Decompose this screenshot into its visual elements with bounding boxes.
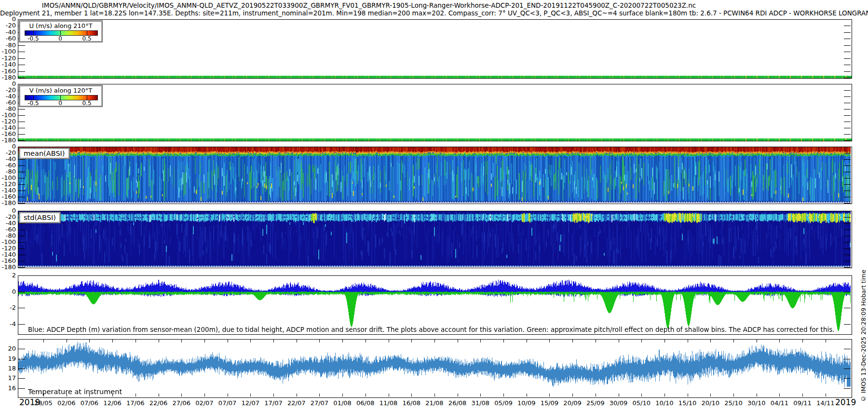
y-tick [844, 292, 851, 292]
x-tick [480, 394, 481, 396]
y-tick [844, 153, 851, 153]
y-tick [844, 178, 851, 178]
x-tick [733, 394, 734, 396]
x-tick-label: 05/09 [494, 399, 512, 407]
imos-watermark: © IMOS 13-Dec-2025 20:28:09 Hobart time [860, 270, 867, 402]
x-tick-label: 20/09 [563, 399, 581, 407]
x-tick-label: 10/10 [655, 399, 673, 407]
y-tick [844, 197, 851, 197]
y-tick [844, 217, 851, 218]
x-tick-label: 27/07 [311, 399, 328, 407]
x-tick [136, 394, 136, 396]
x-tick-label: 22/07 [287, 399, 305, 407]
x-tick-label: 16/08 [402, 399, 420, 407]
y-tick-label: 2 [0, 272, 16, 279]
x-tick-label: 26/08 [448, 399, 466, 407]
y-tick [18, 248, 25, 249]
panel-u-velocity: U (m/s) along 210°T -0.5 0 0.5 [18, 19, 852, 79]
temperature-label: Temperature at instrument [28, 388, 122, 396]
x-tick [389, 394, 389, 396]
u-bottom-bin-strip [18, 76, 852, 78]
x-tick-label: 09/11 [793, 399, 811, 407]
adcp-qc-figure: IMOS/ANMN/QLD/GBRMYR/Velocity/IMOS_ANMN-… [0, 0, 868, 410]
x-tick-label: 06/08 [356, 399, 374, 407]
y-tick [18, 147, 25, 147]
x-tick [619, 394, 619, 396]
x-tick [319, 340, 320, 342]
y-tick [844, 261, 851, 261]
y-tick-label: -4 [0, 321, 16, 328]
y-tick [18, 140, 25, 141]
x-tick [549, 340, 550, 342]
x-tick-label: 02/07 [195, 399, 213, 407]
colorbar-tick [33, 96, 34, 100]
x-tick [826, 394, 826, 396]
y-tick [844, 378, 851, 379]
y-tick [844, 308, 851, 308]
panel-temperature: Temperature at instrument [18, 339, 852, 398]
y-tick [844, 255, 851, 255]
x-tick [411, 394, 412, 396]
colorbar-tick-label: 0 [58, 100, 62, 107]
y-tick [18, 236, 25, 236]
x-tick [757, 394, 757, 396]
y-tick [844, 32, 851, 33]
y-tick-label: 19 [0, 355, 16, 362]
y-tick [18, 261, 25, 261]
y-tick [844, 165, 851, 166]
x-tick [136, 340, 136, 342]
colorbar-tick-label: 0.5 [82, 35, 91, 42]
x-tick-label: 01/08 [333, 399, 351, 407]
y-tick [18, 178, 25, 178]
y-tick [844, 39, 851, 39]
y-tick [18, 172, 25, 172]
y-tick [844, 248, 851, 249]
x-tick [181, 394, 182, 396]
y-tick [18, 58, 25, 59]
y-tick [844, 65, 851, 65]
y-tick-label: -140 [0, 61, 16, 68]
x-tick [802, 394, 803, 396]
x-tick [572, 394, 573, 396]
y-tick [844, 26, 851, 26]
x-tick [688, 340, 688, 342]
y-tick-label: -2 [0, 304, 16, 311]
x-tick-label: 11/08 [380, 399, 397, 407]
x-tick-label: 15/09 [541, 399, 558, 407]
y-tick [844, 236, 851, 236]
y-tick [844, 275, 851, 276]
panel-mean-absi: mean(ABSI) [18, 147, 852, 204]
panel-std-absi: std(ABSI) [18, 211, 852, 268]
figure-subtitle: Deployment 21, member 1 lat=18.22S lon=1… [0, 9, 831, 17]
y-tick [18, 349, 25, 349]
y-tick [844, 52, 851, 52]
y-tick [18, 197, 25, 197]
y-tick [18, 115, 25, 116]
x-tick [503, 340, 504, 342]
x-tick [527, 394, 527, 396]
y-tick [18, 324, 25, 325]
colorbar-tick [87, 96, 87, 100]
y-tick [18, 242, 25, 243]
y-tick [18, 84, 25, 84]
x-tick-label: 04/11 [771, 399, 788, 407]
x-tick [641, 394, 642, 396]
x-tick-label: 12/06 [103, 399, 121, 407]
y-tick [844, 172, 851, 172]
depth-variation-caption: Blue: ADCP Depth (m) variation from sens… [28, 326, 835, 333]
y-tick-label: 17 [0, 375, 16, 382]
std-absi-heatmap [18, 211, 851, 267]
x-tick-label: 02/06 [57, 399, 75, 407]
y-tick [18, 378, 25, 379]
y-tick [18, 52, 25, 52]
y-tick [18, 134, 25, 135]
x-tick [389, 340, 389, 342]
y-tick [844, 211, 851, 211]
y-tick-label: 0 [0, 288, 16, 295]
y-tick [844, 223, 851, 224]
y-tick [18, 191, 25, 191]
x-tick-label: 22/06 [149, 399, 167, 407]
y-tick-label: -180 [0, 200, 16, 206]
x-tick-label: 30/10 [747, 399, 765, 407]
x-tick [802, 340, 803, 342]
